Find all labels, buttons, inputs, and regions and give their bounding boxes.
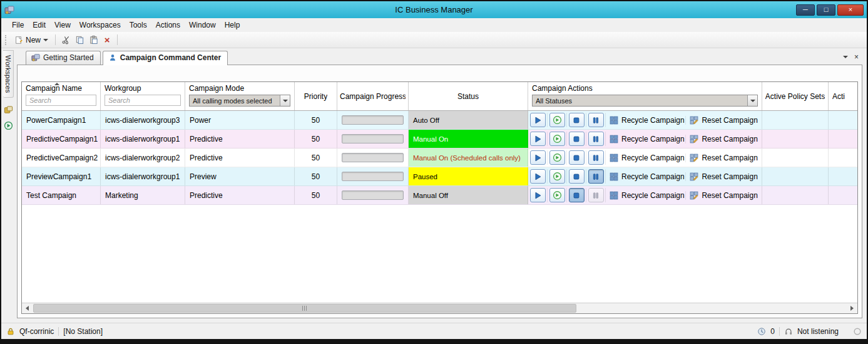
pause-button[interactable] [588, 169, 604, 184]
new-button[interactable]: New [11, 34, 52, 46]
reset-campaign-button[interactable]: Reset Campaign [690, 191, 757, 200]
recycle-campaign-icon [610, 135, 618, 143]
table-row[interactable]: PreviewCampaign1 icws-dialerworkgroup1 P… [22, 167, 857, 186]
reset-campaign-button[interactable]: Reset Campaign [690, 154, 757, 162]
scroll-left-arrow-icon[interactable] [22, 303, 33, 313]
tab-list-dropdown-icon[interactable] [843, 56, 848, 58]
header-campaign-name[interactable]: Campaign Name [22, 82, 101, 110]
tab-close-icon[interactable]: × [854, 53, 859, 61]
statusbar-right: 0 Not listening [757, 327, 862, 336]
menu-item-edit[interactable]: Edit [28, 19, 50, 31]
menu-item-file[interactable]: File [8, 19, 28, 31]
menu-item-actions[interactable]: Actions [151, 19, 185, 31]
table-row[interactable]: Test Campaign Marketing Predictive 50 Ma… [22, 186, 857, 205]
start-button[interactable] [530, 188, 546, 202]
menu-item-view[interactable]: View [50, 19, 75, 31]
horizontal-scrollbar[interactable] [22, 303, 857, 313]
header-campaign-actions[interactable]: Campaign Actions All Statuses [528, 82, 762, 110]
menu-item-help[interactable]: Help [220, 19, 245, 31]
sort-indicator-icon [54, 83, 59, 85]
tab-campaign-command-center-label: Campaign Command Center [120, 53, 221, 62]
start-button[interactable] [530, 132, 546, 146]
header-campaign-mode[interactable]: Campaign Mode All calling modes selected [185, 82, 295, 110]
table-row[interactable]: PredictiveCampaign1 icws-dialerworkgroup… [22, 130, 857, 149]
pause-button[interactable] [588, 150, 604, 165]
paste-icon[interactable] [86, 34, 100, 46]
recycle-icon-button[interactable] [549, 169, 565, 184]
recycle-campaign-button[interactable]: Recycle Campaign [610, 135, 685, 143]
header-priority[interactable]: Priority [295, 82, 337, 110]
active-policy-sets-cell [762, 130, 829, 148]
header-campaign-progress[interactable]: Campaign Progress [337, 82, 409, 110]
alerts-icon[interactable] [757, 327, 766, 336]
cut-icon[interactable] [59, 34, 73, 46]
workgroup-search-input[interactable] [105, 95, 181, 106]
menu-item-workspaces[interactable]: Workspaces [75, 19, 125, 31]
copy-icon[interactable] [73, 34, 86, 46]
active-policy-sets-cell [762, 186, 829, 204]
campaign-progress-cell [337, 167, 409, 185]
campaign-mode-cell: Predictive [185, 130, 295, 148]
stop-button[interactable] [569, 188, 585, 202]
stop-button[interactable] [569, 150, 585, 165]
header-actions-partial[interactable]: Acti [829, 82, 857, 110]
table-row[interactable]: PredictiveCampaign2 icws-dialerworkgroup… [22, 149, 857, 167]
campaign-shortcut-icon[interactable] [4, 121, 13, 130]
campaign-name-cell: PowerCampaign1 [22, 111, 101, 129]
stop-button[interactable] [569, 132, 585, 146]
workgroup-cell: icws-dialerworkgroup1 [101, 130, 185, 148]
header-workgroup[interactable]: Workgroup [101, 82, 185, 110]
header-status[interactable]: Status [409, 82, 528, 110]
close-button[interactable]: × [837, 4, 864, 16]
active-policy-sets-cell [762, 111, 829, 129]
campaign-mode-filter-dropdown[interactable]: All calling modes selected [189, 95, 290, 107]
campaign-mode-cell: Power [185, 111, 295, 129]
recycle-campaign-button[interactable]: Recycle Campaign [610, 116, 685, 125]
pause-button[interactable] [588, 132, 604, 146]
stop-button[interactable] [569, 113, 585, 127]
start-button[interactable] [530, 169, 546, 184]
workspaces-rail-tab[interactable]: Workspaces [3, 50, 14, 98]
priority-cell: 50 [295, 130, 337, 148]
reset-campaign-icon [690, 172, 698, 181]
reset-campaign-button[interactable]: Reset Campaign [690, 135, 757, 143]
status-cell: Paused [409, 167, 528, 185]
station-label: [No Station] [63, 327, 103, 336]
pause-button[interactable] [588, 113, 604, 127]
campaign-name-search-input[interactable] [26, 95, 96, 106]
campaign-mode-cell: Preview [185, 167, 295, 185]
minimize-button[interactable]: ─ [796, 4, 815, 16]
reset-campaign-button[interactable]: Reset Campaign [690, 116, 757, 125]
menu-item-tools[interactable]: Tools [125, 19, 151, 31]
getting-started-shortcut-icon[interactable] [4, 105, 13, 115]
reset-campaign-button[interactable]: Reset Campaign [690, 172, 757, 181]
start-button[interactable] [530, 113, 546, 127]
tab-campaign-command-center[interactable]: Campaign Command Center [103, 51, 228, 65]
recycle-icon-button[interactable] [549, 188, 565, 202]
scroll-right-arrow-icon[interactable] [847, 303, 857, 313]
stop-button[interactable] [569, 169, 585, 184]
recycle-campaign-button[interactable]: Recycle Campaign [610, 154, 685, 162]
recycle-icon-button[interactable] [549, 113, 565, 127]
pause-button[interactable] [588, 188, 604, 202]
header-active-policy-sets[interactable]: Active Policy Sets [762, 82, 829, 110]
play-icon [533, 154, 542, 162]
recycle-campaign-icon [610, 154, 618, 162]
recycle-circle-icon [553, 153, 562, 162]
connection-indicator-icon [853, 327, 862, 336]
recycle-campaign-button[interactable]: Recycle Campaign [610, 191, 685, 200]
scrollbar-thumb[interactable] [33, 304, 576, 313]
recycle-campaign-button[interactable]: Recycle Campaign [610, 172, 685, 181]
menu-item-window[interactable]: Window [185, 19, 220, 31]
tab-getting-started[interactable]: Getting Started [26, 51, 101, 65]
maximize-button[interactable]: □ [817, 4, 835, 16]
campaign-progress-cell [337, 111, 409, 129]
status-filter-dropdown[interactable]: All Statuses [532, 95, 758, 107]
start-button[interactable] [530, 150, 546, 165]
campaign-progress-bar [342, 190, 404, 200]
delete-icon[interactable]: × [100, 34, 114, 46]
recycle-icon-button[interactable] [549, 150, 565, 165]
table-row[interactable]: PowerCampaign1 icws-dialerworkgroup3 Pow… [22, 111, 857, 130]
recycle-icon-button[interactable] [549, 132, 565, 146]
dropdown-arrow-icon [747, 95, 757, 106]
